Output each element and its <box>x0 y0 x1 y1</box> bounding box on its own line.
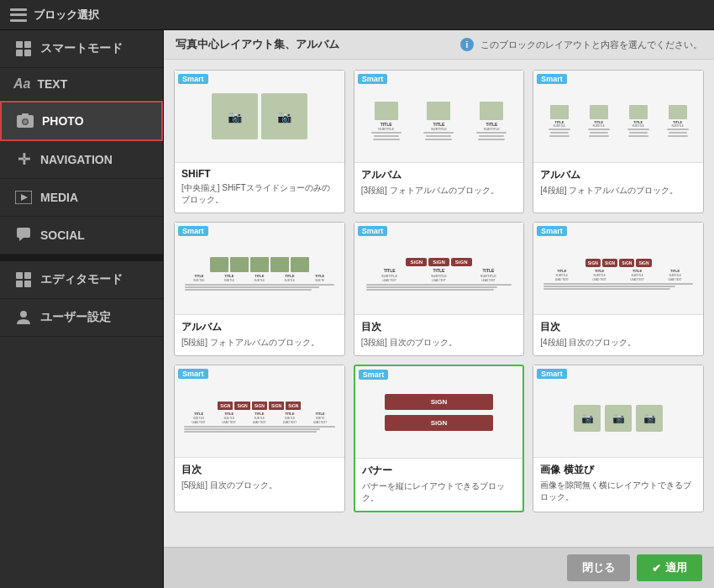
camera-icon: 📷 <box>277 110 291 123</box>
album5-info: アルバム [5段組] フォトアルバムのブロック。 <box>175 315 344 355</box>
smart-badge: Smart <box>358 74 388 84</box>
svg-marker-9 <box>21 194 28 201</box>
main-layout: スマートモード Aa TEXT PHOTO ✛ <box>0 30 714 588</box>
sidebar-item-media[interactable]: MEDIA <box>0 179 163 217</box>
album4-preview: Smart TITLE SUBTITLE <box>533 71 703 163</box>
sidebar-divider <box>0 255 163 261</box>
block-card-album4[interactable]: Smart TITLE SUBTITLE <box>533 70 704 213</box>
smart-badge: Smart <box>178 226 208 236</box>
sidebar-item-photo[interactable]: PHOTO <box>0 101 163 141</box>
sign5-signs: SiGN SiGN SiGN SiGN SiGN <box>184 402 335 410</box>
app-container: ブロック選択 スマートモード Aa TEXT <box>0 0 714 588</box>
album5-preview: Smart TITLE TITLE <box>175 223 344 315</box>
text-line <box>550 132 569 134</box>
album3-img1 <box>375 102 398 120</box>
sign4-titles: TITLE TITLE TITLE TITLE <box>543 269 693 273</box>
svg-rect-0 <box>16 41 23 48</box>
block-card-sign4[interactable]: Smart SiGN SiGN SiGN SiGN TITLE TITLE <box>533 222 704 356</box>
imgrow-desc: 画像を隙間無く横にレイアウトできるブロック。 <box>540 480 696 503</box>
text-line <box>549 129 570 130</box>
album3-titles: TITLE SUBTITLE TITLE SUBTITLE <box>361 102 517 141</box>
sign4-lead: LEAD TEXT LEAD TEXT LEAD TEXT LEAD TEXT <box>543 278 693 281</box>
banner-name: バナー <box>362 464 517 478</box>
sidebar-item-navigation[interactable]: ✛ NAVIGATION <box>0 141 163 179</box>
photo-label: PHOTO <box>42 114 84 128</box>
sidebar-item-text[interactable]: Aa TEXT <box>0 68 163 101</box>
smart-badge: Smart <box>358 226 388 236</box>
album3-col3: TITLE SUBTITLE <box>466 102 517 141</box>
block-card-album3[interactable]: Smart TITLE SUBTITLE <box>354 70 525 213</box>
sign3-info: 目次 [3段組] 目次のブロック。 <box>354 315 524 355</box>
album5-text-lines <box>185 284 334 291</box>
check-icon: ✔ <box>652 562 661 575</box>
block-card-imgrow[interactable]: Smart 📷 📷 📷 画像 横並び 画像を隙間無く横にレイアウトできるブロック… <box>533 365 704 512</box>
shift-name: SHiFT <box>181 168 338 180</box>
block-card-sign5[interactable]: Smart SiGN SiGN SiGN SiGN SiGN TITLE <box>174 365 345 512</box>
close-button[interactable]: 閉じる <box>567 554 630 581</box>
smart-badge: Smart <box>178 369 208 379</box>
svg-point-6 <box>24 120 28 124</box>
text-line <box>476 132 507 134</box>
sign3-lead: LEAD TEXT LEAD TEXT LEAD TEXT <box>366 279 512 282</box>
svg-rect-2 <box>16 50 23 56</box>
sidebar-item-smart-mode[interactable]: スマートモード <box>0 30 163 68</box>
header: ブロック選択 <box>0 0 714 30</box>
svg-rect-10 <box>16 272 23 279</box>
sign4-info: 目次 [4段組] 目次のブロック。 <box>533 315 703 355</box>
album3-img3 <box>480 102 503 120</box>
sidebar: スマートモード Aa TEXT PHOTO ✛ <box>0 30 164 588</box>
text-line <box>628 135 648 137</box>
apply-button[interactable]: ✔ 適用 <box>637 554 702 581</box>
text-line <box>589 135 609 137</box>
sign-box4: SiGN <box>636 259 651 267</box>
smart-badge: Smart <box>359 370 389 380</box>
info-icon: i <box>460 38 474 51</box>
text-label: TEXT <box>37 77 67 91</box>
sidebar-item-social[interactable]: SOCIAL <box>0 217 163 255</box>
block-card-shift[interactable]: Smart 📷 📷 SHiFT [中央揃え] SHiFTスライドショ <box>174 70 345 213</box>
sidebar-item-user-settings[interactable]: ユーザー設定 <box>0 299 163 337</box>
edita-icon <box>13 270 34 290</box>
sign3-content: SiGN SiGN SiGN TITLE TITLE TITLE SUBTITL… <box>361 258 517 291</box>
text-line <box>669 132 687 134</box>
banner-info: バナー バナーを縦にレイアウトできるブロック。 <box>355 459 523 511</box>
text-line <box>549 135 570 137</box>
sign4-signs: SiGN SiGN SiGN SiGN <box>543 259 693 267</box>
sign5-titles: TITLE TITLE TITLE TITLE TITLE <box>184 412 335 416</box>
block-card-banner[interactable]: Smart SiGN SiGN バナー バナーを縦にレイアウトできるブロック。 <box>354 365 525 512</box>
sidebar-item-edita-mode[interactable]: エディタモード <box>0 261 163 299</box>
text-line <box>590 132 608 134</box>
album5-content: TITLE TITLE TITLE TITLE TITLE SUB TILE S… <box>181 257 338 291</box>
text-line <box>627 129 649 130</box>
text-line <box>629 132 648 134</box>
album5-name: アルバム <box>181 320 338 334</box>
user-settings-label: ユーザー設定 <box>40 310 111 325</box>
media-label: MEDIA <box>40 191 78 204</box>
sign5-content: SiGN SiGN SiGN SiGN SiGN TITLE TITLE TIT… <box>181 402 338 433</box>
sign5-preview: Smart SiGN SiGN SiGN SiGN SiGN TITLE <box>175 365 344 458</box>
sign4-preview: Smart SiGN SiGN SiGN SiGN TITLE TITLE <box>533 223 703 315</box>
album4-info: アルバム [4段組] フォトアルバムのブロック。 <box>533 163 703 203</box>
block-card-sign3[interactable]: Smart SiGN SiGN SiGN TITLE TITLE TITLE <box>354 222 525 356</box>
sign4-subtitles: SUBTITLE SUBTITLE SUBTITLE SUBTITLE <box>543 274 693 277</box>
sign5-info: 目次 [5段組] 目次のブロック。 <box>175 458 344 498</box>
block-card-album5[interactable]: Smart TITLE TITLE <box>174 222 345 356</box>
apply-label: 適用 <box>665 560 687 575</box>
banner-boxes: SiGN SiGN <box>385 394 493 431</box>
sign4-name: 目次 <box>540 320 696 334</box>
shift-box-left: 📷 <box>212 93 258 139</box>
album5-titles-row: TITLE TITLE TITLE TITLE TITLE <box>185 274 334 278</box>
sign5-desc: [5段組] 目次のブロック。 <box>181 480 338 491</box>
album4-name: アルバム <box>540 168 696 182</box>
album5-desc: [5段組] フォトアルバムのブロック。 <box>181 337 338 349</box>
menu-icon <box>10 8 27 22</box>
album3-col2: TITLE SUBTITLE <box>414 102 465 141</box>
a4col3: TITLE SUBTITLE <box>619 105 657 138</box>
photo-icon <box>15 111 35 131</box>
shift-images: 📷 📷 <box>181 93 338 139</box>
banner-preview: Smart SiGN SiGN <box>355 366 523 459</box>
album4-desc: [4段組] フォトアルバムのブロック。 <box>540 185 696 197</box>
camera-icon: 📷 <box>228 110 242 123</box>
svg-rect-11 <box>24 272 31 279</box>
sign5-name: 目次 <box>181 463 338 477</box>
